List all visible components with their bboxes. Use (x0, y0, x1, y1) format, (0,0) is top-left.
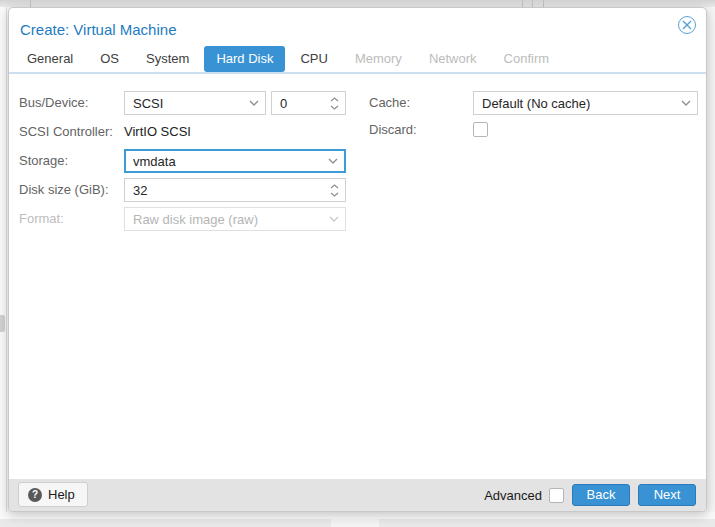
background-toolbar (0, 0, 715, 7)
dialog-title: Create: Virtual Machine (20, 21, 176, 38)
chevron-down-icon (329, 208, 339, 230)
splitter-handle[interactable] (0, 315, 5, 332)
cache-combo[interactable] (473, 91, 698, 115)
discard-label: Discard: (369, 118, 417, 142)
disk-size-input[interactable] (125, 179, 345, 201)
background-panel-border (6, 7, 7, 527)
tabbar-underline (9, 72, 706, 74)
storage-label: Storage: (19, 149, 68, 173)
disk-size-label: Disk size (GiB): (19, 178, 109, 202)
scsi-controller-value: VirtIO SCSI (124, 120, 191, 144)
bus-device-input[interactable] (125, 92, 265, 114)
scsi-controller-label: SCSI Controller: (19, 120, 113, 144)
wizard-tabbar: General OS System Hard Disk CPU Memory N… (9, 46, 706, 72)
tab-confirm: Confirm (492, 46, 562, 72)
background-bottom-segment (331, 519, 379, 527)
format-label: Format: (19, 207, 64, 231)
disk-size-spinner[interactable] (124, 178, 346, 202)
dialog-footer: ? Help Advanced Back Next (9, 479, 706, 511)
chevron-down-icon[interactable] (328, 151, 338, 171)
storage-combo[interactable] (124, 149, 346, 173)
tab-os[interactable]: OS (88, 46, 131, 72)
format-combo (124, 207, 346, 231)
bus-device-combo[interactable] (124, 91, 266, 115)
help-button[interactable]: ? Help (18, 482, 88, 507)
chevron-down-icon[interactable] (249, 92, 259, 114)
tab-cpu[interactable]: CPU (288, 46, 339, 72)
spinner-arrows-icon[interactable] (330, 92, 339, 114)
bus-device-label: Bus/Device: (19, 91, 88, 115)
question-icon: ? (28, 488, 42, 502)
tab-general[interactable]: General (15, 46, 85, 72)
help-button-label: Help (48, 487, 75, 502)
discard-checkbox[interactable] (473, 122, 488, 137)
tab-hard-disk[interactable]: Hard Disk (204, 46, 285, 72)
background-separator (543, 0, 544, 7)
format-input (125, 208, 345, 230)
cache-label: Cache: (369, 91, 410, 115)
background-separator (522, 0, 523, 7)
background-separator (30, 0, 31, 7)
spinner-arrows-icon[interactable] (330, 179, 339, 201)
next-button[interactable]: Next (638, 484, 696, 506)
bus-number-spinner[interactable] (271, 91, 346, 115)
tab-network: Network (417, 46, 489, 72)
create-vm-dialog: Create: Virtual Machine General OS Syste… (8, 7, 707, 512)
advanced-checkbox[interactable] (549, 488, 564, 503)
back-button[interactable]: Back (572, 484, 630, 506)
cache-input[interactable] (474, 92, 697, 114)
tab-system[interactable]: System (134, 46, 201, 72)
storage-input[interactable] (126, 151, 344, 171)
chevron-down-icon[interactable] (681, 92, 691, 114)
close-icon[interactable] (678, 16, 696, 34)
advanced-label: Advanced (484, 488, 542, 503)
tab-memory: Memory (343, 46, 414, 72)
background-separator (532, 0, 533, 7)
